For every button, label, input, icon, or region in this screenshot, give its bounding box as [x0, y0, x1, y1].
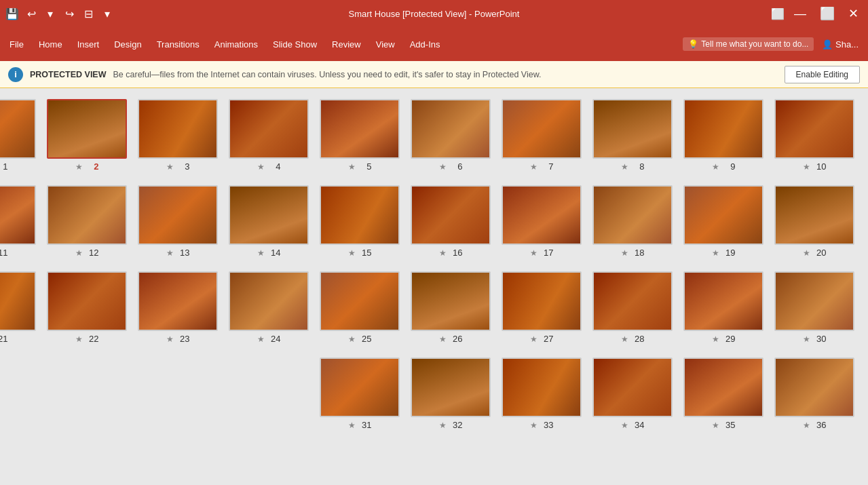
- minimize-button[interactable]: —: [790, 5, 810, 22]
- slide-thumb-14[interactable]: [229, 185, 309, 245]
- slide-thumb-1[interactable]: [0, 99, 36, 159]
- slide-item-23[interactable]: ★23: [138, 271, 218, 344]
- undo-icon[interactable]: ↩: [24, 7, 38, 20]
- slide-item-8[interactable]: ★8: [592, 99, 673, 172]
- slide-thumb-28[interactable]: [592, 271, 673, 331]
- slide-thumb-15[interactable]: [320, 185, 400, 245]
- slide-thumb-22[interactable]: [47, 271, 127, 331]
- quickaccess-dropdown[interactable]: ▾: [100, 7, 114, 20]
- slide-item-33[interactable]: ★33: [502, 357, 582, 430]
- slide-thumb-26[interactable]: [411, 271, 491, 331]
- slide-thumb-8[interactable]: [592, 99, 673, 159]
- slide-thumb-19[interactable]: [683, 185, 763, 245]
- star-icon: ★: [803, 421, 810, 430]
- close-button[interactable]: ✕: [844, 5, 863, 22]
- slide-thumb-11[interactable]: [0, 185, 36, 245]
- slide-meta-17: ★17: [530, 248, 554, 258]
- slide-thumb-3[interactable]: [138, 99, 218, 159]
- tab-design[interactable]: Design: [107, 35, 148, 54]
- slide-thumb-5[interactable]: [320, 99, 400, 159]
- slide-item-29[interactable]: ★29: [683, 271, 763, 344]
- slide-thumb-7[interactable]: [502, 99, 582, 159]
- tab-slideshow[interactable]: Slide Show: [266, 35, 324, 54]
- slide-item-11[interactable]: ★11: [0, 185, 36, 258]
- slide-thumb-23[interactable]: [138, 271, 218, 331]
- tab-file[interactable]: File: [3, 35, 31, 54]
- slide-thumb-17[interactable]: [502, 185, 582, 245]
- slide-thumb-27[interactable]: [502, 271, 582, 331]
- slide-thumb-30[interactable]: [774, 271, 854, 331]
- slide-thumb-2[interactable]: [47, 99, 127, 159]
- save-icon[interactable]: 💾: [5, 7, 19, 20]
- slide-thumb-20[interactable]: [774, 185, 854, 245]
- slide-thumb-32[interactable]: [411, 357, 491, 417]
- tab-view[interactable]: View: [369, 35, 402, 54]
- slide-item-12[interactable]: ★12: [47, 185, 127, 258]
- slide-item-24[interactable]: ★24: [229, 271, 309, 344]
- maximize-button[interactable]: ⬜: [816, 5, 839, 22]
- slide-item-17[interactable]: ★17: [502, 185, 582, 258]
- slide-item-25[interactable]: ★25: [320, 271, 400, 344]
- slide-thumb-25[interactable]: [320, 271, 400, 331]
- slide-item-4[interactable]: ★4: [229, 99, 309, 172]
- slide-item-2[interactable]: ★2: [47, 99, 127, 172]
- slide-thumb-36[interactable]: [774, 357, 854, 417]
- tab-insert[interactable]: Insert: [71, 35, 107, 54]
- slide-item-3[interactable]: ★3: [138, 99, 218, 172]
- slide-item-5[interactable]: ★5: [320, 99, 400, 172]
- slide-item-18[interactable]: ★18: [592, 185, 673, 258]
- slide-thumb-12[interactable]: [47, 185, 127, 245]
- slide-thumb-9[interactable]: [683, 99, 763, 159]
- slide-thumb-31[interactable]: [320, 357, 400, 417]
- slide-item-19[interactable]: ★19: [683, 185, 763, 258]
- slide-thumb-35[interactable]: [683, 357, 763, 417]
- slide-thumb-4[interactable]: [229, 99, 309, 159]
- slide-thumb-34[interactable]: [592, 357, 673, 417]
- slide-item-30[interactable]: ★30: [774, 271, 854, 344]
- slide-item-1[interactable]: ★1: [0, 99, 36, 172]
- slide-item-15[interactable]: ★15: [320, 185, 400, 258]
- slide-item-34[interactable]: ★34: [592, 357, 673, 430]
- slide-thumb-21[interactable]: [0, 271, 36, 331]
- slide-item-31[interactable]: ★31: [320, 357, 400, 430]
- title-bar-right: ⬜ — ⬜ ✕: [771, 5, 863, 22]
- slide-meta-8: ★8: [621, 161, 645, 172]
- slide-thumb-18[interactable]: [592, 185, 673, 245]
- slide-item-20[interactable]: ★20: [774, 185, 854, 258]
- tab-transitions[interactable]: Transitions: [150, 35, 206, 54]
- tab-addins[interactable]: Add-Ins: [403, 35, 447, 54]
- slide-item-28[interactable]: ★28: [592, 271, 673, 344]
- quickaccess-icon[interactable]: ⊟: [81, 7, 95, 20]
- slide-item-9[interactable]: ★9: [683, 99, 763, 172]
- slide-thumb-6[interactable]: [411, 99, 491, 159]
- tab-home[interactable]: Home: [32, 35, 69, 54]
- slide-item-6[interactable]: ★6: [411, 99, 491, 172]
- slide-item-36[interactable]: ★36: [774, 357, 854, 430]
- slide-thumb-10[interactable]: [774, 99, 854, 159]
- slide-thumb-16[interactable]: [411, 185, 491, 245]
- slide-item-10[interactable]: ★10: [774, 99, 854, 172]
- slide-item-21[interactable]: ★21: [0, 271, 36, 344]
- slide-thumb-13[interactable]: [138, 185, 218, 245]
- slide-item-32[interactable]: ★32: [411, 357, 491, 430]
- redo-icon[interactable]: ↪: [62, 7, 76, 20]
- tab-review[interactable]: Review: [325, 35, 368, 54]
- enable-editing-button[interactable]: Enable Editing: [785, 66, 860, 83]
- slide-item-27[interactable]: ★27: [502, 271, 582, 344]
- help-icon[interactable]: ⬜: [771, 7, 785, 20]
- slide-item-35[interactable]: ★35: [683, 357, 763, 430]
- slide-item-13[interactable]: ★13: [138, 185, 218, 258]
- ribbon-search[interactable]: 💡 Tell me what you want to do...: [683, 37, 814, 51]
- slide-item-26[interactable]: ★26: [411, 271, 491, 344]
- slide-meta-7: ★7: [530, 161, 554, 172]
- slide-thumb-24[interactable]: [229, 271, 309, 331]
- slide-thumb-33[interactable]: [502, 357, 582, 417]
- slide-thumb-29[interactable]: [683, 271, 763, 331]
- slide-item-16[interactable]: ★16: [411, 185, 491, 258]
- undo-dropdown[interactable]: ▾: [43, 7, 57, 20]
- share-area[interactable]: 👤 Sha...: [815, 37, 865, 52]
- slide-item-22[interactable]: ★22: [47, 271, 127, 344]
- slide-item-14[interactable]: ★14: [229, 185, 309, 258]
- tab-animations[interactable]: Animations: [208, 35, 265, 54]
- slide-item-7[interactable]: ★7: [502, 99, 582, 172]
